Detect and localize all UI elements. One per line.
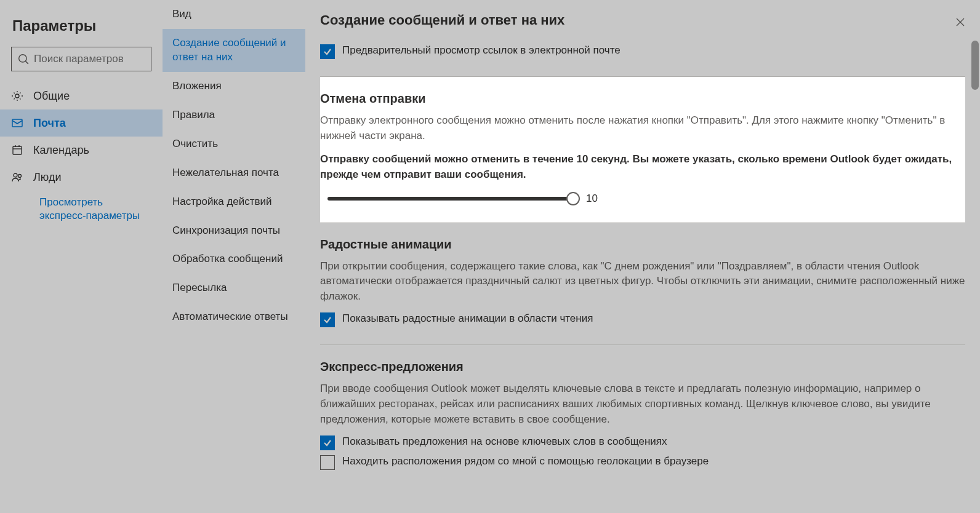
scrollbar[interactable] [971,41,979,511]
nav-people[interactable]: Люди [0,164,163,191]
spotlight-overlay [320,77,965,223]
nav-calendar-label: Календарь [33,144,89,157]
suggestions-title: Экспресс-предложения [320,360,965,374]
suggestions-desc: При вводе сообщения Outlook может выделя… [320,381,965,427]
svg-point-2 [15,94,19,98]
suggestions-checkbox-1[interactable] [320,435,335,450]
scrollbar-thumb[interactable] [971,41,979,90]
joyful-checkbox[interactable] [320,312,335,327]
suggestions-row-1[interactable]: Показывать предложения на основе ключевы… [320,435,965,450]
subnav-compose-reply[interactable]: Создание сообщений и ответ на них [163,29,305,72]
section-link-preview: Предварительный просмотр ссылок в электр… [320,37,965,77]
suggestions-label-2: Находить расположения рядом со мной с по… [342,455,709,467]
nav-general[interactable]: Общие [0,82,163,109]
subnav-forwarding[interactable]: Пересылка [163,274,305,303]
nav-mail[interactable]: Почта [0,109,163,137]
content-header: Создание сообщений и ответ на них [305,0,980,37]
subnav-sweep[interactable]: Очистить [163,130,305,159]
joyful-title: Радостные анимации [320,237,965,252]
subnav-rules[interactable]: Правила [163,101,305,130]
people-icon [11,171,23,183]
link-preview-checkbox[interactable] [320,44,335,59]
suggestions-row-2[interactable]: Находить расположения рядом со мной с по… [320,455,965,470]
joyful-row[interactable]: Показывать радостные анимации в области … [320,312,965,327]
svg-point-9 [18,175,22,178]
svg-point-8 [14,173,17,177]
section-suggestions: Экспресс-предложения При вводе сообщения… [320,345,965,487]
calendar-icon [11,144,23,156]
subnav-attachments[interactable]: Вложения [163,72,305,101]
link-preview-label: Предварительный просмотр ссылок в электр… [342,44,621,57]
subnav-sync[interactable]: Синхронизация почты [163,217,305,245]
subnav-message-handling[interactable]: Обработка сообщений [163,245,305,274]
section-joyful: Радостные анимации При открытии сообщени… [320,223,965,346]
mail-icon [11,117,23,129]
svg-rect-4 [13,146,22,154]
svg-rect-3 [12,119,22,127]
search-input[interactable] [34,53,145,65]
sidebar-settings: Параметры Общие Почта Кале [0,0,163,513]
joyful-label: Показывать радостные анимации в области … [342,312,593,325]
link-preview-row[interactable]: Предварительный просмотр ссылок в электр… [320,44,965,59]
subnav-layout[interactable]: Вид [163,0,305,29]
svg-line-1 [25,61,28,64]
quick-settings-link[interactable]: Просмотреть экспресс-параметры [0,191,163,223]
subnav-junk[interactable]: Нежелательная почта [163,159,305,188]
close-button[interactable] [950,12,970,32]
joyful-desc: При открытии сообщения, содержащего таки… [320,259,965,304]
nav-general-label: Общие [33,90,70,103]
nav-calendar[interactable]: Календарь [0,137,163,164]
nav-people-label: Люди [33,171,61,184]
search-box[interactable] [11,47,151,71]
suggestions-label-1: Показывать предложения на основе ключевы… [342,435,667,448]
subnav-auto-replies[interactable]: Автоматические ответы [163,303,305,332]
nav-mail-label: Почта [33,117,66,130]
subnav-customize-actions[interactable]: Настройка действий [163,188,305,217]
search-icon [18,53,29,65]
subnav: Вид Создание сообщений и ответ на них Вл… [163,0,305,513]
suggestions-checkbox-2[interactable] [320,455,335,470]
settings-title: Параметры [0,11,163,47]
svg-point-0 [19,55,26,62]
gear-icon [11,90,23,102]
